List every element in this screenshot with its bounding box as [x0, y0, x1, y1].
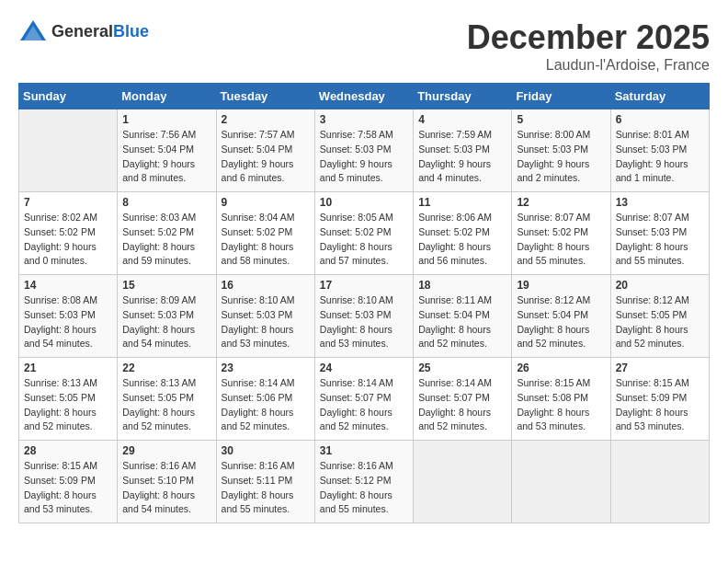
calendar-day-cell: 11Sunrise: 8:06 AM Sunset: 5:02 PM Dayli… — [414, 192, 512, 275]
day-number: 29 — [122, 444, 210, 457]
calendar-table: SundayMondayTuesdayWednesdayThursdayFrid… — [18, 83, 710, 523]
calendar-day-cell: 3Sunrise: 7:58 AM Sunset: 5:03 PM Daylig… — [314, 109, 413, 192]
logo-general: General — [51, 23, 113, 40]
title-block: December 2025 Laudun-l'Ardoise, France — [467, 18, 710, 74]
day-number: 28 — [24, 444, 112, 457]
day-info: Sunrise: 8:07 AM Sunset: 5:02 PM Dayligh… — [517, 211, 605, 269]
page-header: General Blue December 2025 Laudun-l'Ardo… — [18, 18, 710, 74]
day-info: Sunrise: 8:14 AM Sunset: 5:07 PM Dayligh… — [418, 376, 506, 434]
day-info: Sunrise: 8:10 AM Sunset: 5:03 PM Dayligh… — [222, 293, 310, 351]
day-number: 24 — [320, 362, 408, 374]
day-info: Sunrise: 8:15 AM Sunset: 5:09 PM Dayligh… — [24, 459, 112, 517]
day-info: Sunrise: 8:13 AM Sunset: 5:05 PM Dayligh… — [122, 376, 210, 434]
calendar-day-cell: 1Sunrise: 7:56 AM Sunset: 5:04 PM Daylig… — [118, 109, 216, 192]
day-info: Sunrise: 8:12 AM Sunset: 5:05 PM Dayligh… — [616, 293, 704, 351]
day-info: Sunrise: 8:02 AM Sunset: 5:02 PM Dayligh… — [24, 211, 112, 269]
day-info: Sunrise: 8:15 AM Sunset: 5:08 PM Dayligh… — [517, 376, 605, 434]
calendar-day-cell: 4Sunrise: 7:59 AM Sunset: 5:03 PM Daylig… — [414, 109, 512, 192]
calendar-day-cell: 8Sunrise: 8:03 AM Sunset: 5:02 PM Daylig… — [118, 192, 216, 275]
calendar-day-cell: 19Sunrise: 8:12 AM Sunset: 5:04 PM Dayli… — [512, 275, 610, 358]
weekday-header: Saturday — [610, 84, 709, 109]
day-number: 12 — [517, 196, 605, 209]
day-info: Sunrise: 8:14 AM Sunset: 5:06 PM Dayligh… — [222, 376, 310, 434]
day-info: Sunrise: 8:03 AM Sunset: 5:02 PM Dayligh… — [122, 211, 210, 269]
day-number: 31 — [320, 444, 408, 457]
day-number: 22 — [122, 362, 210, 374]
day-number: 11 — [418, 196, 506, 209]
day-number: 21 — [24, 362, 112, 374]
day-info: Sunrise: 8:12 AM Sunset: 5:04 PM Dayligh… — [517, 293, 605, 351]
calendar-day-cell: 28Sunrise: 8:15 AM Sunset: 5:09 PM Dayli… — [19, 441, 118, 523]
calendar-day-cell — [610, 441, 709, 523]
day-number: 8 — [122, 196, 210, 209]
weekday-header: Thursday — [414, 84, 512, 109]
calendar-day-cell — [512, 441, 610, 523]
calendar-week-row: 21Sunrise: 8:13 AM Sunset: 5:05 PM Dayli… — [19, 358, 710, 441]
day-number: 2 — [222, 113, 310, 126]
day-info: Sunrise: 8:11 AM Sunset: 5:04 PM Dayligh… — [418, 293, 506, 351]
calendar-day-cell: 6Sunrise: 8:01 AM Sunset: 5:03 PM Daylig… — [610, 109, 709, 192]
day-info: Sunrise: 8:01 AM Sunset: 5:03 PM Dayligh… — [616, 128, 704, 186]
day-number: 9 — [222, 196, 310, 209]
calendar-day-cell: 23Sunrise: 8:14 AM Sunset: 5:06 PM Dayli… — [216, 358, 314, 441]
calendar-day-cell: 21Sunrise: 8:13 AM Sunset: 5:05 PM Dayli… — [19, 358, 118, 441]
day-number: 14 — [24, 279, 112, 292]
month-title: December 2025 — [467, 18, 710, 57]
day-info: Sunrise: 7:59 AM Sunset: 5:03 PM Dayligh… — [418, 128, 506, 186]
day-number: 15 — [122, 279, 210, 292]
logo-text: General Blue — [51, 23, 149, 40]
weekday-header: Monday — [118, 84, 216, 109]
weekday-header: Tuesday — [216, 84, 314, 109]
calendar-day-cell: 20Sunrise: 8:12 AM Sunset: 5:05 PM Dayli… — [610, 275, 709, 358]
day-number: 4 — [418, 113, 506, 126]
day-number: 30 — [222, 444, 310, 457]
day-number: 17 — [320, 279, 408, 292]
calendar-day-cell — [414, 441, 512, 523]
day-number: 3 — [320, 113, 408, 126]
day-info: Sunrise: 8:16 AM Sunset: 5:11 PM Dayligh… — [222, 459, 310, 517]
calendar-day-cell: 18Sunrise: 8:11 AM Sunset: 5:04 PM Dayli… — [414, 275, 512, 358]
day-info: Sunrise: 8:10 AM Sunset: 5:03 PM Dayligh… — [320, 293, 408, 351]
logo-blue: Blue — [113, 23, 149, 40]
day-info: Sunrise: 8:06 AM Sunset: 5:02 PM Dayligh… — [418, 211, 506, 269]
day-info: Sunrise: 8:00 AM Sunset: 5:03 PM Dayligh… — [517, 128, 605, 186]
day-number: 26 — [517, 362, 605, 374]
calendar-week-row: 28Sunrise: 8:15 AM Sunset: 5:09 PM Dayli… — [19, 441, 710, 523]
day-number: 16 — [222, 279, 310, 292]
weekday-header: Sunday — [19, 84, 118, 109]
day-number: 23 — [222, 362, 310, 374]
day-number: 27 — [616, 362, 704, 374]
calendar-day-cell: 7Sunrise: 8:02 AM Sunset: 5:02 PM Daylig… — [19, 192, 118, 275]
day-info: Sunrise: 8:16 AM Sunset: 5:12 PM Dayligh… — [320, 459, 408, 517]
day-number: 20 — [616, 279, 704, 292]
weekday-header: Wednesday — [314, 84, 413, 109]
calendar-day-cell: 31Sunrise: 8:16 AM Sunset: 5:12 PM Dayli… — [314, 441, 413, 523]
calendar-day-cell: 9Sunrise: 8:04 AM Sunset: 5:02 PM Daylig… — [216, 192, 314, 275]
day-info: Sunrise: 8:05 AM Sunset: 5:02 PM Dayligh… — [320, 211, 408, 269]
calendar-day-cell: 16Sunrise: 8:10 AM Sunset: 5:03 PM Dayli… — [216, 275, 314, 358]
location-title: Laudun-l'Ardoise, France — [467, 57, 710, 74]
calendar-day-cell: 29Sunrise: 8:16 AM Sunset: 5:10 PM Dayli… — [118, 441, 216, 523]
calendar-day-cell: 27Sunrise: 8:15 AM Sunset: 5:09 PM Dayli… — [610, 358, 709, 441]
calendar-day-cell: 30Sunrise: 8:16 AM Sunset: 5:11 PM Dayli… — [216, 441, 314, 523]
day-info: Sunrise: 8:07 AM Sunset: 5:03 PM Dayligh… — [616, 211, 704, 269]
day-number: 25 — [418, 362, 506, 374]
calendar-day-cell: 24Sunrise: 8:14 AM Sunset: 5:07 PM Dayli… — [314, 358, 413, 441]
day-number: 1 — [122, 113, 210, 126]
calendar-day-cell: 17Sunrise: 8:10 AM Sunset: 5:03 PM Dayli… — [314, 275, 413, 358]
calendar-week-row: 14Sunrise: 8:08 AM Sunset: 5:03 PM Dayli… — [19, 275, 710, 358]
calendar-day-cell: 13Sunrise: 8:07 AM Sunset: 5:03 PM Dayli… — [610, 192, 709, 275]
day-number: 13 — [616, 196, 704, 209]
calendar-week-row: 1Sunrise: 7:56 AM Sunset: 5:04 PM Daylig… — [19, 109, 710, 192]
day-info: Sunrise: 8:08 AM Sunset: 5:03 PM Dayligh… — [24, 293, 112, 351]
day-info: Sunrise: 7:56 AM Sunset: 5:04 PM Dayligh… — [122, 128, 210, 186]
day-info: Sunrise: 8:09 AM Sunset: 5:03 PM Dayligh… — [122, 293, 210, 351]
calendar-day-cell: 14Sunrise: 8:08 AM Sunset: 5:03 PM Dayli… — [19, 275, 118, 358]
weekday-header: Friday — [512, 84, 610, 109]
calendar-header-row: SundayMondayTuesdayWednesdayThursdayFrid… — [19, 84, 710, 109]
day-number: 7 — [24, 196, 112, 209]
logo: General Blue — [18, 18, 149, 44]
day-number: 5 — [517, 113, 605, 126]
day-number: 18 — [418, 279, 506, 292]
day-number: 19 — [517, 279, 605, 292]
